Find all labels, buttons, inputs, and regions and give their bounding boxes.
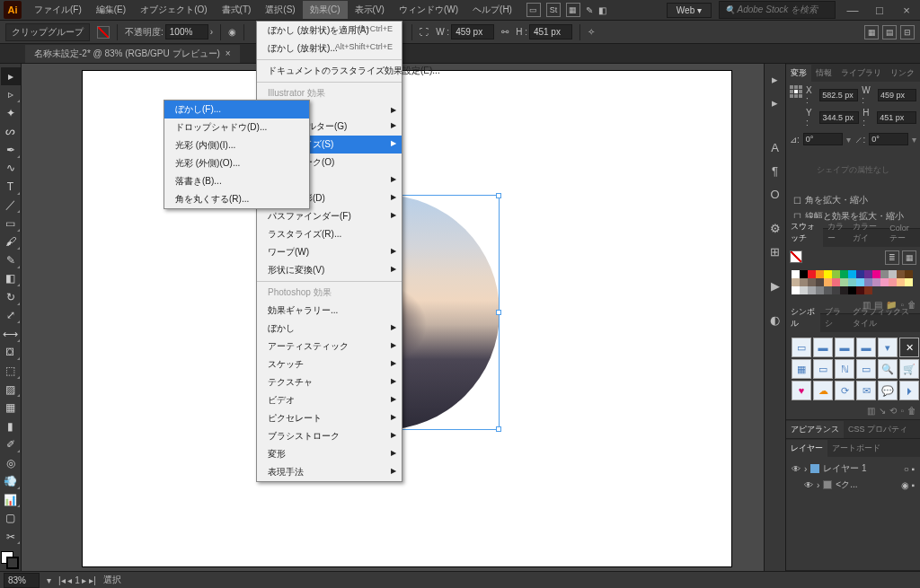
gpu-icon[interactable]: ▤	[882, 25, 897, 39]
artboard-tool[interactable]: ▢	[1, 509, 21, 527]
symbol-item[interactable]: 🔍	[878, 359, 898, 379]
layer-name[interactable]: <ク...	[836, 478, 857, 491]
toolbar-icon[interactable]: ▭	[526, 3, 541, 17]
tab-colortheme[interactable]: Color テー	[885, 221, 920, 247]
swatch[interactable]	[889, 278, 897, 286]
transform-icon[interactable]: ⛶	[420, 27, 429, 37]
menu-item[interactable]: 落書き(B)...	[164, 172, 309, 190]
artboard-nav[interactable]: |◂ ◂ 1 ▸ ▸|	[58, 575, 96, 585]
target-icon[interactable]: ◉ ▪	[901, 480, 915, 490]
thumb-view-icon[interactable]: ▦	[902, 250, 916, 265]
close-tab-icon[interactable]: ×	[226, 48, 231, 58]
gear-icon[interactable]: ⚙	[765, 218, 785, 238]
tab-appearance[interactable]: アピアランス	[786, 421, 844, 438]
visibility-toggle[interactable]: 👁	[792, 464, 801, 474]
toolbar-icon[interactable]: ▦	[566, 3, 580, 17]
symbol-action-icon[interactable]: ▫	[900, 406, 904, 416]
dock-icon[interactable]: ▸	[765, 69, 785, 89]
zoom-level[interactable]: 83%	[4, 573, 40, 588]
swatch[interactable]	[872, 270, 880, 278]
swatch[interactable]	[824, 278, 832, 286]
menu-item[interactable]: 光彩 (内側)(I)...	[164, 136, 309, 154]
gradient-tool[interactable]: ▮	[1, 417, 21, 435]
swatch[interactable]	[816, 270, 824, 278]
menu-item[interactable]: ぼかし (放射状)を適用(A)Shift+Ctrl+E	[257, 22, 402, 39]
isolate-icon[interactable]: ✧	[588, 27, 595, 37]
free-transform-tool[interactable]: ⛋	[1, 344, 21, 362]
tab-css-properties[interactable]: CSS プロパティ	[844, 421, 912, 438]
tab-layers[interactable]: レイヤー	[786, 440, 827, 457]
w-input[interactable]: 459 px	[878, 89, 916, 101]
paragraph-panel-icon[interactable]: ¶	[765, 161, 785, 180]
symbol-item[interactable]: ▬	[835, 338, 854, 357]
swatch[interactable]	[897, 278, 905, 286]
toolbar-icon[interactable]: ◧	[598, 5, 606, 15]
scale-tool[interactable]: ⤢	[1, 307, 21, 325]
menu-edit[interactable]: 編集(E)	[89, 1, 133, 19]
symbol-item[interactable]: ▭	[856, 359, 876, 379]
menu-item[interactable]: ドキュメントのラスタライズ効果設定(E)...	[257, 62, 402, 80]
mesh-tool[interactable]: ▦	[1, 399, 21, 417]
list-view-icon[interactable]: ≣	[885, 250, 899, 265]
visibility-toggle[interactable]: 👁	[804, 480, 813, 490]
tab-info[interactable]: 情報	[811, 65, 836, 82]
arrange-docs-icon[interactable]: ▦	[864, 25, 879, 39]
symbol-item[interactable]: 💬	[878, 381, 898, 400]
tab-transform[interactable]: 変形	[786, 65, 811, 82]
workspace-switcher[interactable]: Web ▾	[667, 3, 712, 18]
swatch[interactable]	[864, 278, 872, 286]
menu-item[interactable]: ぼかし▶	[257, 320, 402, 338]
swatch[interactable]	[824, 270, 832, 278]
swatch[interactable]	[832, 286, 840, 294]
dock-icon[interactable]: ⊞	[765, 241, 785, 261]
direct-selection-tool[interactable]: ▹	[1, 86, 21, 104]
rotate-input[interactable]: 0°	[803, 133, 843, 145]
menu-select[interactable]: 選択(S)	[258, 1, 302, 19]
type-tool[interactable]: T	[1, 178, 21, 196]
swatch[interactable]	[816, 278, 824, 286]
magic-wand-tool[interactable]: ✦	[1, 104, 21, 122]
swatch[interactable]	[880, 270, 889, 278]
swatch[interactable]	[816, 286, 824, 294]
symbol-item[interactable]: ▬	[813, 338, 833, 357]
target-icon[interactable]: ○ ▪	[904, 464, 915, 474]
shear-input[interactable]: 0°	[869, 133, 908, 145]
menu-file[interactable]: ファイル(F)	[27, 1, 89, 19]
link-wh-icon[interactable]: ⚯	[501, 27, 509, 37]
menu-item[interactable]: 変形▶	[257, 445, 402, 463]
swatch-new-group-icon[interactable]: 📁	[886, 300, 897, 310]
opacity-input[interactable]: 100%	[165, 24, 208, 39]
swatch-delete-icon[interactable]: 🗑	[907, 300, 916, 310]
symbol-item[interactable]: ✕	[899, 338, 919, 357]
menu-type[interactable]: 書式(T)	[215, 1, 259, 19]
close-button[interactable]: ×	[897, 4, 916, 17]
symbol-sprayer-tool[interactable]: 💨	[1, 472, 21, 490]
dock-icon[interactable]: ▸	[765, 92, 785, 112]
width-tool[interactable]: ⟷	[1, 325, 21, 343]
adobe-stock-search[interactable]: 🔍 Adobe Stock を検索	[719, 1, 836, 19]
symbol-item[interactable]: ▬	[856, 338, 876, 357]
recolor-icon[interactable]: ◉	[228, 27, 236, 37]
swatch[interactable]	[880, 278, 889, 286]
symbol-action-icon[interactable]: ⟲	[889, 406, 897, 416]
swatch[interactable]	[832, 270, 840, 278]
menu-item[interactable]: 光彩 (外側)(O)...	[164, 154, 309, 172]
menu-item[interactable]: ぼかし(F)...	[164, 101, 309, 118]
menu-item[interactable]: 効果ギャラリー...	[257, 302, 402, 320]
symbol-action-icon[interactable]: ↘	[879, 406, 886, 416]
menu-object[interactable]: オブジェクト(O)	[133, 1, 214, 19]
swatch[interactable]	[840, 278, 848, 286]
symbol-item[interactable]: ♥	[792, 381, 811, 400]
menu-item[interactable]: ぼかし (放射状)...Alt+Shift+Ctrl+E	[257, 39, 402, 57]
symbol-item[interactable]: 🛒	[899, 359, 919, 379]
swatch[interactable]	[848, 270, 856, 278]
pen-tool[interactable]: ✒	[1, 141, 21, 159]
eraser-tool[interactable]: ◧	[1, 270, 21, 288]
swatch-new-icon[interactable]: ▫	[900, 300, 904, 310]
resize-handle[interactable]	[496, 310, 501, 315]
maximize-button[interactable]: □	[870, 4, 889, 17]
checkbox[interactable]: ☐	[793, 196, 801, 206]
slice-tool[interactable]: ✂	[1, 528, 21, 546]
eyedropper-tool[interactable]: ✐	[1, 435, 21, 453]
tab-color[interactable]: カラー	[823, 218, 849, 247]
